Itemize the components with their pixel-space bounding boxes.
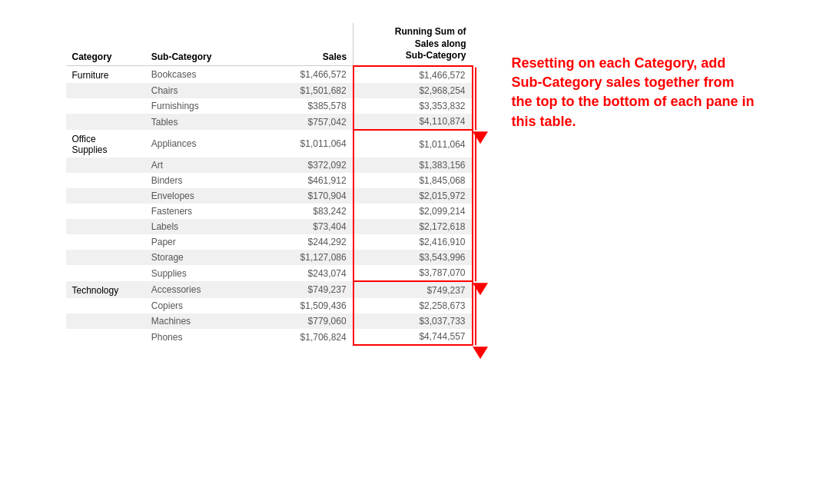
- sales-cell: $244,292: [244, 234, 353, 250]
- sales-cell: $385,578: [244, 98, 353, 114]
- table-wrapper: Category Sub-Category Sales Running Sum …: [66, 23, 473, 346]
- annotation-container: Resetting on each Category, add Sub-Cate…: [512, 54, 758, 131]
- category-cell: [66, 298, 145, 313]
- sales-cell: $749,237: [244, 281, 353, 298]
- subcategory-cell: Copiers: [145, 298, 244, 313]
- sales-cell: $461,912: [244, 173, 353, 188]
- sales-cell: $372,092: [244, 158, 353, 173]
- running-sum-cell: $749,237: [353, 281, 473, 298]
- category-cell: [66, 329, 145, 345]
- subcategory-cell: Machines: [145, 313, 244, 329]
- running-sum-cell: $2,968,254: [353, 83, 473, 98]
- category-cell: [66, 114, 145, 130]
- running-sum-cell: $3,353,832: [353, 98, 473, 114]
- sales-cell: $1,501,682: [244, 83, 353, 98]
- running-sum-cell: $2,099,214: [353, 204, 473, 219]
- category-cell: [66, 83, 145, 98]
- sales-cell: $779,060: [244, 313, 353, 329]
- sales-cell: $1,011,064: [244, 130, 353, 158]
- sales-cell: $170,904: [244, 188, 353, 204]
- running-sum-cell: $3,037,733: [353, 313, 473, 329]
- subcategory-cell: Art: [145, 158, 244, 173]
- page-container: Category Sub-Category Sales Running Sum …: [66, 23, 758, 346]
- subcategory-cell: Accessories: [145, 281, 244, 298]
- category-cell: [66, 188, 145, 204]
- sales-cell: $243,074: [244, 265, 353, 281]
- running-sum-cell: $2,416,910: [353, 234, 473, 250]
- subcategory-cell: Tables: [145, 114, 244, 130]
- header-sales: Sales: [244, 23, 353, 66]
- subcategory-cell: Furnishings: [145, 98, 244, 114]
- category-cell: [66, 98, 145, 114]
- subcategory-cell: Appliances: [145, 130, 244, 158]
- category-cell: [66, 313, 145, 329]
- data-table: Category Sub-Category Sales Running Sum …: [66, 23, 473, 346]
- running-sum-cell: $4,744,557: [353, 329, 473, 345]
- sales-cell: $73,404: [244, 219, 353, 234]
- running-sum-cell: $2,258,673: [353, 298, 473, 313]
- category-cell: [66, 219, 145, 234]
- sales-cell: $1,706,824: [244, 329, 353, 345]
- header-subcategory: Sub-Category: [145, 23, 244, 66]
- subcategory-cell: Phones: [145, 329, 244, 345]
- running-sum-cell: $1,383,156: [353, 158, 473, 173]
- subcategory-cell: Fasteners: [145, 204, 244, 219]
- running-sum-cell: $2,172,618: [353, 219, 473, 234]
- sales-cell: $1,466,572: [244, 66, 353, 84]
- category-cell: [66, 250, 145, 265]
- header-running: Running Sum ofSales alongSub-Category: [353, 23, 473, 66]
- svg-marker-2: [473, 346, 488, 359]
- running-sum-cell: $3,543,996: [353, 250, 473, 265]
- running-sum-cell: $2,015,972: [353, 188, 473, 204]
- running-sum-cell: $1,466,572: [353, 66, 473, 84]
- category-cell: [66, 158, 145, 173]
- subcategory-cell: Storage: [145, 250, 244, 265]
- subcategory-cell: Envelopes: [145, 188, 244, 204]
- category-cell: [66, 265, 145, 281]
- subcategory-cell: Paper: [145, 234, 244, 250]
- subcategory-cell: Labels: [145, 219, 244, 234]
- category-cell: Technology: [66, 281, 145, 298]
- sales-cell: $757,042: [244, 114, 353, 130]
- running-sum-cell: $4,110,874: [353, 114, 473, 130]
- subcategory-cell: Supplies: [145, 265, 244, 281]
- category-cell: [66, 234, 145, 250]
- sales-cell: $1,127,086: [244, 250, 353, 265]
- running-sum-cell: $1,011,064: [353, 130, 473, 158]
- category-cell: OfficeSupplies: [66, 130, 145, 158]
- category-cell: [66, 173, 145, 188]
- subcategory-cell: Chairs: [145, 83, 244, 98]
- running-sum-cell: $3,787,070: [353, 265, 473, 281]
- svg-marker-0: [473, 131, 488, 144]
- sales-cell: $83,242: [244, 204, 353, 219]
- header-category: Category: [66, 23, 145, 66]
- sales-cell: $1,509,436: [244, 298, 353, 313]
- category-cell: [66, 204, 145, 219]
- subcategory-cell: Bookcases: [145, 66, 244, 84]
- running-sum-cell: $1,845,068: [353, 173, 473, 188]
- annotation-text: Resetting on each Category, add Sub-Cate…: [512, 54, 758, 131]
- svg-marker-1: [473, 283, 488, 295]
- category-cell: Furniture: [66, 66, 145, 84]
- subcategory-cell: Binders: [145, 173, 244, 188]
